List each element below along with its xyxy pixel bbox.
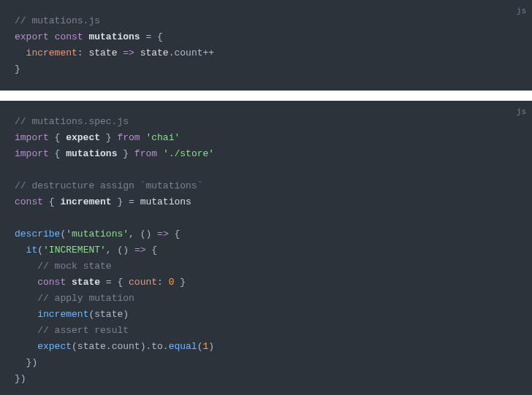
op: = (106, 277, 112, 288)
punc: { (145, 245, 157, 256)
punc: : (157, 277, 163, 288)
punc: , () (106, 245, 134, 256)
prop: increment (26, 47, 77, 58)
punc: : (77, 47, 83, 58)
ident: mutations (88, 31, 140, 42)
punc: { (112, 277, 129, 288)
param: state (83, 47, 123, 58)
kw-const: const (37, 277, 66, 288)
lang-label: js (517, 3, 526, 19)
lang-label: js (517, 104, 526, 120)
punc: } (117, 148, 134, 159)
func-call: expect (37, 341, 72, 352)
punc: }) (15, 373, 26, 384)
punc: ( (37, 245, 43, 256)
punc: } = (112, 196, 140, 207)
ident: mutations (140, 196, 191, 207)
comment: // mutations.spec.js (15, 116, 129, 127)
punc: , () (129, 229, 157, 239)
block-gap (0, 91, 532, 101)
kw-const: const (55, 31, 83, 42)
punc: { (49, 148, 66, 159)
ident: increment (60, 196, 111, 207)
number: 0 (169, 277, 175, 288)
func-call: equal (169, 341, 197, 352)
comment: // assert result (37, 325, 129, 336)
prop: count (129, 277, 157, 288)
ident: state (134, 47, 169, 58)
arrow: => (123, 47, 134, 58)
string: 'INCREMENT' (43, 245, 106, 256)
punc: } (175, 277, 186, 288)
punc: .count++ (169, 47, 214, 58)
comment: // mock state (37, 261, 111, 272)
punc: ) (208, 341, 214, 352)
punc: } (100, 132, 117, 143)
func-call: increment (37, 309, 88, 320)
func-call: describe (15, 229, 60, 239)
string: './store' (163, 148, 214, 159)
punc: }) (15, 357, 37, 368)
comment: // mutations.js (15, 15, 100, 26)
punc: } (15, 64, 20, 74)
comment: // destructure assign `mutations` (15, 180, 202, 191)
kw-from: from (134, 148, 157, 159)
punc: { (169, 229, 180, 239)
arrow: => (157, 229, 169, 239)
code-content: // mutations.js export const mutations =… (15, 13, 517, 77)
string: 'chai' (145, 132, 180, 143)
punc: (state) (88, 309, 129, 320)
kw-from: from (117, 132, 140, 143)
ident: state (66, 277, 106, 288)
code-block-mutations: js // mutations.js export const mutation… (0, 0, 532, 91)
func-call: it (26, 245, 38, 256)
code-content: // mutations.spec.js import { expect } f… (15, 114, 517, 387)
punc: = { (140, 31, 163, 42)
punc: { (43, 196, 60, 207)
code-block-spec: js // mutations.spec.js import { expect … (0, 101, 532, 395)
punc: (state.count).to. (72, 341, 169, 352)
ident: mutations (66, 148, 117, 159)
kw-import: import (15, 132, 49, 143)
kw-import: import (15, 148, 49, 159)
punc: { (49, 132, 66, 143)
string: 'mutations' (66, 229, 129, 239)
ident: expect (66, 132, 100, 143)
comment: // apply mutation (37, 293, 134, 304)
arrow: => (134, 245, 146, 256)
kw-const: const (15, 196, 43, 207)
kw-export: export (15, 31, 49, 42)
